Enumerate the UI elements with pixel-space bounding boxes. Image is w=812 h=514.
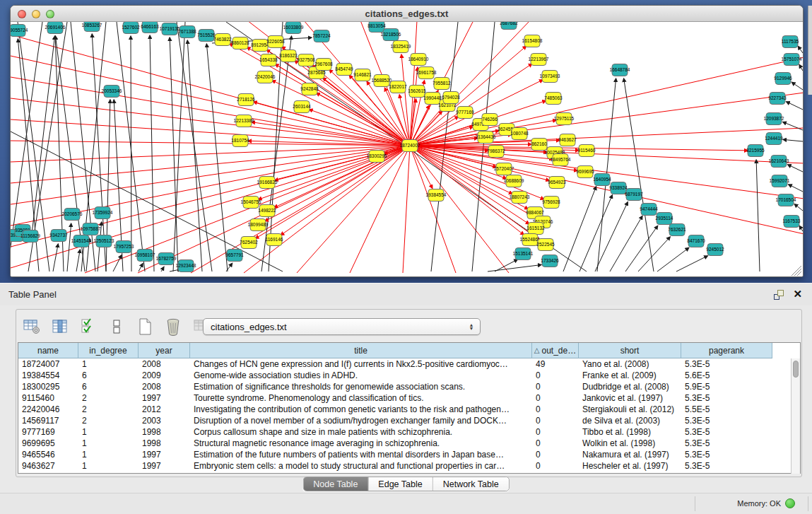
graph-node[interactable]: 9342737 bbox=[49, 230, 68, 242]
graph-node[interactable]: 2522545 bbox=[536, 239, 555, 251]
graph-node[interactable]: 16782759 bbox=[156, 253, 177, 265]
graph-node[interactable]: 7625402 bbox=[240, 237, 258, 249]
tab-node-table[interactable]: Node Table bbox=[303, 477, 368, 491]
graph-node[interactable]: 18807243 bbox=[510, 192, 530, 204]
column-header-title[interactable]: title bbox=[190, 343, 532, 358]
scrollbar-thumb[interactable] bbox=[793, 361, 799, 378]
table-row[interactable]: 1872400712008Changes of HCN gene express… bbox=[18, 358, 792, 370]
network-window-titlebar[interactable]: citations_edges.txt bbox=[11, 6, 803, 22]
graph-node[interactable]: 9242848 bbox=[300, 83, 319, 95]
table-row[interactable]: 911546021997Tourette syndrome. Phenomeno… bbox=[18, 392, 792, 404]
graph-node[interactable]: 7485063 bbox=[544, 93, 563, 105]
network-canvas[interactable]: 1905572420691406108532671527602646616310… bbox=[11, 22, 803, 276]
graph-node[interactable]: 9657791 bbox=[225, 250, 244, 262]
graph-node[interactable]: 1169146 bbox=[266, 234, 283, 246]
graph-node[interactable]: 2967608 bbox=[314, 59, 333, 71]
graph-node[interactable]: 7632621 bbox=[668, 224, 686, 236]
close-panel-icon[interactable]: ✕ bbox=[793, 288, 802, 300]
graph-node[interactable]: 17016504 bbox=[776, 194, 796, 206]
graph-node[interactable]: 15046755 bbox=[241, 197, 261, 209]
graph-node[interactable]: 16961758 bbox=[416, 67, 437, 79]
graph-node[interactable]: 9474444 bbox=[640, 204, 658, 216]
graph-node[interactable]: 8186323 bbox=[279, 50, 298, 62]
graph-node[interactable]: 2935114 bbox=[656, 213, 673, 225]
graph-node[interactable]: 12213967 bbox=[529, 54, 549, 66]
graph-node[interactable]: 20206576 bbox=[62, 209, 83, 221]
graph-node[interactable]: 1527602 bbox=[122, 22, 140, 34]
graph-node[interactable]: 18724007 bbox=[400, 140, 420, 152]
graph-node[interactable]: 10958107 bbox=[135, 250, 155, 262]
table-row[interactable]: 1456911722003Disruption of a novel membe… bbox=[18, 415, 792, 426]
graph-node[interactable]: 18099489 bbox=[248, 219, 269, 231]
table-settings-icon[interactable] bbox=[21, 317, 42, 337]
graph-node[interactable]: 16033809 bbox=[283, 22, 304, 34]
graph-node[interactable]: 7463822 bbox=[213, 34, 232, 46]
graph-node[interactable]: 2718126 bbox=[237, 94, 255, 106]
graph-node[interactable]: 15751074 bbox=[782, 54, 802, 66]
graph-node[interactable]: 8860128 bbox=[231, 37, 249, 49]
column-header-out-de-[interactable]: △out_de… bbox=[532, 343, 579, 358]
graph-node[interactable]: 20691406 bbox=[45, 22, 66, 34]
graph-node[interactable]: 1117535 bbox=[782, 36, 799, 48]
graph-node[interactable]: 15992071 bbox=[770, 175, 790, 187]
graph-node[interactable]: 12213389 bbox=[234, 115, 254, 127]
graph-node[interactable]: 15720407 bbox=[494, 163, 514, 175]
float-panel-icon[interactable] bbox=[774, 290, 784, 300]
table-row[interactable]: 2242004622012Investigating the contribut… bbox=[18, 404, 792, 415]
graph-node[interactable]: 16648784 bbox=[610, 64, 630, 76]
graph-node[interactable]: 19055724 bbox=[11, 25, 28, 37]
graph-node[interactable]: 6794028 bbox=[442, 92, 460, 104]
resize-grip[interactable] bbox=[792, 266, 801, 276]
graph-node[interactable]: 7515526 bbox=[197, 30, 216, 42]
select-columns-icon[interactable] bbox=[49, 317, 71, 337]
graph-node[interactable]: 1244419 bbox=[765, 133, 783, 145]
table-selector-dropdown[interactable]: citations_edges.txt ▲▼ bbox=[203, 318, 481, 335]
graph-node[interactable]: 9699695 bbox=[576, 166, 594, 178]
graph-node[interactable]: 6466163 bbox=[141, 22, 159, 33]
table-row[interactable]: 1830029562008Estimation of significance … bbox=[18, 381, 792, 392]
row-height-icon[interactable] bbox=[106, 317, 127, 337]
graph-node[interactable]: 17957253 bbox=[114, 241, 134, 253]
graph-node[interactable]: 1733426 bbox=[541, 255, 559, 267]
graph-node[interactable]: 9115460 bbox=[578, 145, 596, 157]
graph-node[interactable]: 12975115 bbox=[554, 113, 575, 125]
column-header-in-degree[interactable]: in_degree bbox=[78, 343, 139, 358]
graph-node[interactable]: 16210643 bbox=[769, 156, 789, 168]
graph-node[interactable]: 10973493 bbox=[540, 71, 560, 83]
graph-node[interactable]: 1615132 bbox=[526, 223, 545, 235]
graph-node[interactable]: 19384554 bbox=[426, 189, 447, 201]
graph-node[interactable]: 18495764 bbox=[551, 154, 571, 166]
graph-node[interactable]: 22420046 bbox=[255, 71, 276, 83]
graph-node[interactable]: 10975887 bbox=[81, 223, 101, 235]
graph-node[interactable]: 8454749 bbox=[335, 64, 353, 76]
table-row[interactable]: 946362711997Embryonic stem cells: a mode… bbox=[18, 460, 792, 472]
graph-node[interactable]: 1498222 bbox=[258, 205, 276, 217]
column-header-year[interactable]: year bbox=[139, 343, 190, 358]
graph-node[interactable]: 9756928 bbox=[542, 197, 560, 209]
graph-node[interactable]: 21364436 bbox=[476, 132, 496, 144]
graph-node[interactable]: 1810754 bbox=[231, 135, 249, 147]
graph-node[interactable]: 1167533 bbox=[783, 216, 801, 228]
graph-node[interactable]: 1080748 bbox=[510, 128, 529, 140]
graph-node[interactable]: 9129946 bbox=[774, 73, 792, 85]
graph-node[interactable]: 13218506 bbox=[381, 29, 401, 41]
graph-node[interactable]: 7671388 bbox=[178, 26, 196, 38]
tab-network-table[interactable]: Network Table bbox=[433, 477, 509, 491]
graph-node[interactable]: 2603144 bbox=[293, 101, 311, 113]
graph-node[interactable]: 16154808 bbox=[522, 35, 543, 47]
table-row[interactable]: 1938455462009Genome-wide association stu… bbox=[18, 370, 792, 381]
graph-node[interactable]: 18640910 bbox=[408, 54, 429, 66]
graph-node[interactable]: 10688609 bbox=[504, 175, 524, 187]
new-document-icon[interactable] bbox=[134, 317, 155, 337]
graph-node[interactable]: 19166825 bbox=[257, 177, 278, 189]
table-row[interactable]: 969969511998Structural magnetic resonanc… bbox=[18, 438, 792, 449]
select-all-icon[interactable] bbox=[78, 317, 99, 337]
graph-node[interactable]: 9245012 bbox=[706, 244, 724, 256]
graph-node[interactable]: 8471670 bbox=[687, 235, 705, 247]
graph-node[interactable]: 6879197 bbox=[625, 189, 643, 201]
graph-node[interactable]: 11156829 bbox=[20, 230, 40, 243]
table-row[interactable]: 946554611997Estimation of the future num… bbox=[18, 449, 792, 460]
graph-node[interactable]: 746266 bbox=[482, 114, 498, 126]
graph-node[interactable]: 12923448 bbox=[176, 260, 196, 272]
graph-node[interactable]: 7955812 bbox=[433, 78, 451, 90]
